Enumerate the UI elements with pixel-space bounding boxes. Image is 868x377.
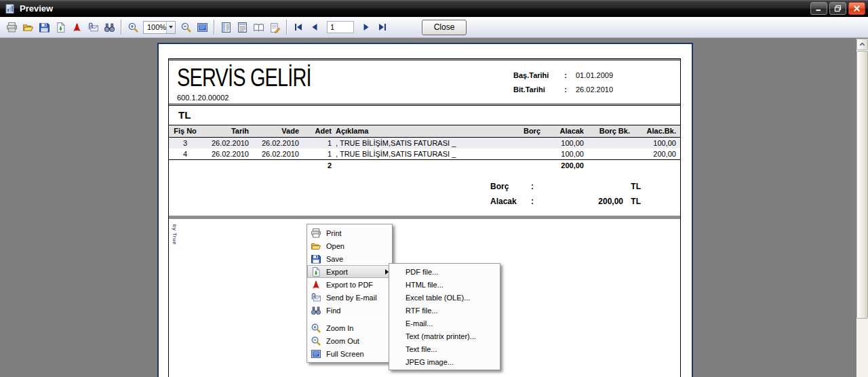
edit-page-button[interactable]	[267, 19, 283, 35]
menu-item-find[interactable]: Find	[307, 304, 392, 317]
end-date-value: 26.02.2010	[576, 85, 620, 94]
print-icon	[311, 228, 321, 239]
book-view-icon	[253, 22, 264, 33]
full-screen-icon	[311, 349, 321, 359]
alacak-total: 200,00	[545, 161, 584, 170]
first-page-button[interactable]	[290, 19, 307, 35]
menu-separator	[309, 319, 391, 319]
zoom-in-button[interactable]	[125, 19, 141, 35]
col-header: Borç Bk.	[588, 127, 630, 135]
last-page-button[interactable]	[374, 19, 391, 35]
edit-page-icon	[269, 22, 281, 33]
col-header: Vade	[253, 127, 299, 135]
scrollbar-thumb[interactable]	[856, 51, 868, 319]
pdf-icon	[71, 22, 83, 33]
alacak-value: 200,00	[555, 197, 623, 206]
find-icon	[311, 305, 321, 316]
toolbar-separator	[121, 20, 121, 35]
send-email-button[interactable]	[85, 19, 101, 35]
preview-content: SERVİS GELİRİ 600.1.20.00002 Baş.Tarihi …	[0, 39, 868, 377]
save-icon	[311, 254, 321, 264]
account-code: 600.1.20.00002	[177, 94, 349, 102]
window-title: Preview	[20, 3, 53, 14]
colon: :	[531, 182, 555, 191]
table-row: 3 26.02.2010 26.02.2010 1 , TRUE BİLİŞİM…	[169, 138, 680, 148]
print-icon	[6, 22, 18, 33]
prev-page-button[interactable]	[307, 19, 323, 35]
report-title: SERVİS GELİRİ	[177, 65, 311, 92]
close-icon	[852, 4, 861, 13]
full-screen-icon	[197, 22, 208, 33]
borc-value	[555, 182, 623, 191]
close-window-button[interactable]	[848, 2, 865, 15]
export-submenu: PDF file... HTML file... Excel table (OL…	[389, 263, 500, 370]
export-icon	[311, 266, 321, 277]
submenu-item-email[interactable]: E-mail...	[389, 317, 500, 330]
zoom-out-button[interactable]	[178, 19, 194, 35]
next-page-icon	[361, 22, 372, 33]
full-screen-button[interactable]	[194, 19, 210, 35]
submenu-item-excel-table[interactable]: Excel table (OLE)...	[389, 291, 500, 304]
col-header: Adet	[303, 127, 332, 135]
report-summary: Borç : TL Alacak : 200,00 TL	[169, 182, 680, 212]
next-page-button[interactable]	[358, 19, 374, 35]
close-button[interactable]: Close	[422, 20, 467, 35]
borc-label: Borç	[490, 182, 531, 191]
menu-item-print[interactable]: Print	[307, 226, 392, 239]
submenu-item-text-file[interactable]: Text file...	[389, 342, 500, 355]
menu-item-export-to-pdf[interactable]: Export to PDF	[307, 278, 392, 291]
col-header: Alacak	[545, 127, 584, 135]
col-header: Açıklama	[336, 127, 484, 135]
window-controls	[810, 2, 865, 15]
table-totals-row: 2 200,00	[169, 159, 680, 171]
table-row: 4 26.02.2010 26.02.2010 1 , TRUE BİLİŞİM…	[169, 148, 680, 159]
alacak-label: Alacak	[490, 197, 531, 206]
open-button[interactable]	[20, 19, 36, 35]
restore-button[interactable]	[829, 2, 846, 15]
menu-item-export[interactable]: Export	[307, 265, 392, 278]
menu-item-save[interactable]: Save	[307, 252, 392, 265]
minimize-button[interactable]	[810, 2, 827, 15]
submenu-item-jpeg-image[interactable]: JPEG image...	[389, 355, 500, 368]
currency-section-label: TL	[169, 106, 680, 125]
export-pdf-button[interactable]	[68, 19, 85, 35]
chevron-down-icon	[169, 26, 173, 28]
restore-icon	[833, 4, 842, 13]
page-number-input[interactable]	[327, 21, 354, 33]
menu-item-full-screen[interactable]: Full Screen	[307, 347, 392, 360]
print-button[interactable]	[3, 19, 20, 35]
end-date-row: Bit.Tarihi : 26.02.2010	[513, 85, 620, 94]
preview-window: Preview 100%	[0, 0, 868, 377]
find-icon	[104, 22, 115, 33]
menu-item-send-by-email[interactable]: Send by E-mail	[307, 291, 392, 304]
submenu-item-rtf-file[interactable]: RTF file...	[389, 304, 500, 317]
scrollbar-up-button[interactable]	[856, 39, 868, 50]
borc-summary-row: Borç : TL	[169, 182, 680, 191]
details-view-button[interactable]	[234, 19, 250, 35]
find-button[interactable]	[101, 19, 117, 35]
colon: :	[555, 71, 576, 79]
menu-item-zoom-out[interactable]: Zoom Out	[307, 334, 392, 347]
adet-total: 2	[303, 161, 332, 170]
email-icon	[87, 22, 99, 33]
date-range: Baş.Tarihi : 01.01.2009 Bit.Tarihi : 26.…	[513, 71, 620, 102]
details-view-icon	[237, 22, 248, 33]
export-button[interactable]	[52, 19, 68, 35]
vertical-scrollbar[interactable]	[856, 39, 868, 377]
submenu-item-pdf-file[interactable]: PDF file...	[389, 265, 500, 278]
zoom-level-dropdown[interactable]: 100%	[143, 21, 176, 34]
submenu-item-html-file[interactable]: HTML file...	[389, 278, 500, 291]
zoom-dropdown-button[interactable]	[166, 22, 175, 33]
submenu-item-text-matrix-printer[interactable]: Text (matrix printer)...	[389, 330, 500, 342]
menu-item-open[interactable]: Open	[307, 239, 392, 252]
outline-view-button[interactable]	[218, 19, 234, 35]
pdf-icon	[311, 279, 321, 290]
alacak-summary-row: Alacak : 200,00 TL	[169, 197, 680, 206]
open-icon	[22, 22, 34, 33]
book-view-button[interactable]	[250, 19, 267, 35]
save-button[interactable]	[36, 19, 52, 35]
col-header: Tarih	[203, 127, 249, 135]
menu-item-zoom-in[interactable]: Zoom In	[307, 321, 392, 334]
report-header: SERVİS GELİRİ 600.1.20.00002 Baş.Tarihi …	[169, 60, 680, 104]
zoom-in-icon	[311, 323, 321, 334]
